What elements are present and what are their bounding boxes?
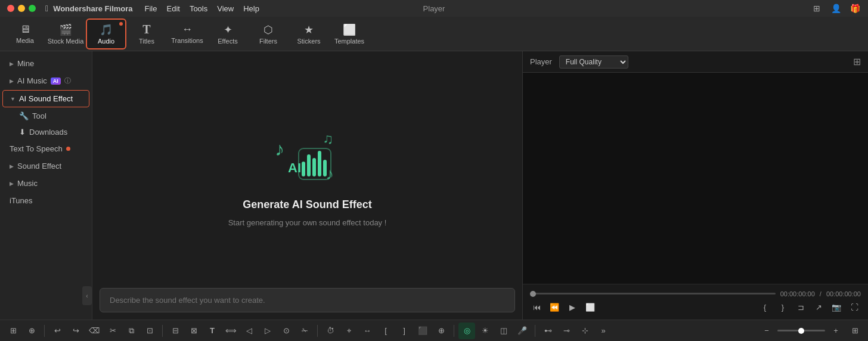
ungroup-button[interactable]: ⊠ — [185, 323, 202, 339]
content-area: ♪ ♫ ♪ AI Generate AI Sound — [92, 51, 522, 320]
ai-enhance-button[interactable]: ◎ — [458, 323, 475, 339]
toolbar-stock-media-label: Stock Media — [48, 38, 84, 45]
zoom-in-button[interactable]: + — [827, 323, 844, 339]
track-motion-button[interactable]: ⊷ — [540, 323, 556, 339]
sidebar-tts-label: Text To Speech — [10, 144, 63, 153]
skip-back-button[interactable]: ⏮ — [530, 301, 543, 314]
trim-end-button[interactable]: ] — [396, 323, 413, 339]
crop-button[interactable]: ✁ — [296, 323, 313, 339]
maximize-button[interactable] — [29, 5, 36, 12]
zoom-slider[interactable] — [777, 330, 825, 331]
sidebar-music-label: Music — [17, 179, 38, 188]
menu-edit[interactable]: Edit — [166, 4, 179, 13]
ai-portrait-button[interactable]: ⊹ — [576, 323, 593, 339]
snapshot-button[interactable]: ⬜ — [584, 301, 597, 314]
mask-button[interactable]: ◫ — [495, 323, 512, 339]
toolbar-effects[interactable]: ✦ Effects — [207, 18, 248, 49]
quality-select[interactable]: Full Quality Half Quality Quarter Qualit… — [559, 55, 628, 69]
mark-in-icon[interactable]: { — [758, 301, 771, 314]
scene-detect-button[interactable]: ⊞ — [5, 323, 21, 339]
minimize-button[interactable] — [18, 5, 25, 12]
toolbar-media[interactable]: 🖥 Media — [5, 18, 45, 49]
motion-track-button[interactable]: ⊕ — [23, 323, 40, 339]
menu-help[interactable]: Help — [243, 4, 259, 13]
redo-button[interactable]: ↪ — [67, 323, 84, 339]
group-button[interactable]: ⊟ — [167, 323, 184, 339]
zoom-to-fit-button[interactable]: ⊙ — [278, 323, 294, 339]
toolbar-filters-label: Filters — [259, 38, 277, 45]
menu-file[interactable]: File — [145, 4, 157, 13]
trim-icon[interactable]: ⊐ — [794, 301, 807, 314]
cut-button[interactable]: ✂ — [104, 323, 121, 339]
svg-rect-8 — [323, 160, 327, 176]
toolbar-audio[interactable]: 🎵 Audio — [86, 18, 126, 49]
time-current: 00:00:00:00 — [780, 290, 815, 297]
info-icon: ⓘ — [64, 76, 71, 85]
speed-button[interactable]: ⏱ — [322, 323, 339, 339]
sidebar-item-mine[interactable]: ▶ Mine — [2, 55, 89, 72]
mark-out-icon[interactable]: } — [776, 301, 789, 314]
menu-view[interactable]: View — [217, 4, 234, 13]
text-tool-button[interactable]: T — [204, 323, 221, 339]
stabilize-button[interactable]: ⌖ — [340, 323, 357, 339]
apple-menu[interactable]:  — [45, 4, 48, 13]
sidebar-item-music[interactable]: ▶ Music — [2, 175, 89, 191]
player-viewport — [523, 73, 868, 284]
zoom-out-button[interactable]: − — [758, 323, 775, 339]
transform-button[interactable]: ⊕ — [433, 323, 450, 339]
sidebar-item-sound-effect[interactable]: ▶ Sound Effect — [2, 158, 89, 174]
trim-start-button[interactable]: [ — [377, 323, 394, 339]
undo-button[interactable]: ↩ — [49, 323, 66, 339]
sidebar-item-itunes[interactable]: iTunes — [2, 193, 89, 209]
color-match-button[interactable]: ⬛ — [414, 323, 431, 339]
delete-button[interactable]: ⌫ — [86, 323, 103, 339]
toolbar-transitions[interactable]: ↔ Transitions — [167, 18, 207, 49]
time-total: 00:00:00:00 — [826, 290, 861, 297]
grid-layout-button[interactable]: ⊞ — [847, 323, 863, 339]
zoom-controls: − + ⊞ — [758, 323, 863, 339]
zoom-thumb[interactable] — [798, 328, 804, 334]
mic-button[interactable]: 🎤 — [514, 323, 531, 339]
sidebar-item-ai-music[interactable]: ▶ AI Music AI ⓘ — [2, 73, 89, 89]
gift-icon[interactable]: 🎁 — [849, 2, 861, 14]
next-edit-button[interactable]: ▷ — [259, 323, 276, 339]
toolbar-templates[interactable]: ⬜ Templates — [329, 18, 370, 49]
progress-thumb[interactable] — [530, 291, 536, 297]
play-button[interactable]: ▶ — [566, 301, 579, 314]
user-avatar-icon[interactable]: 👤 — [830, 2, 842, 14]
toolbar-filters[interactable]: ⬡ Filters — [248, 18, 289, 49]
toolbar-stock-media[interactable]: 🎬 Stock Media — [45, 18, 86, 49]
frame-back-button[interactable]: ⏪ — [548, 301, 561, 314]
sidebar-item-downloads[interactable]: ⬇ Downloads — [2, 125, 89, 140]
audio-stretch-button[interactable]: ↔ — [359, 323, 376, 339]
sidebar-item-tool[interactable]: 🔧 Tool — [2, 108, 89, 123]
close-button[interactable] — [7, 5, 14, 12]
paste-special-button[interactable]: ⊡ — [141, 323, 158, 339]
wrench-icon: 🔧 — [19, 111, 29, 120]
sidebar-item-ai-sound-effect[interactable]: ▼ AI Sound Effect — [2, 90, 89, 107]
ai-badge: AI — [51, 78, 61, 85]
toolbar-titles-label: Titles — [139, 38, 154, 45]
download-icon: ⬇ — [19, 128, 26, 137]
copy-button[interactable]: ⧉ — [123, 323, 140, 339]
color-grade-button[interactable]: ☀ — [477, 323, 494, 339]
sidebar-collapse-button[interactable]: ‹ — [82, 286, 92, 305]
player-layout-icon[interactable]: ⊞ — [853, 56, 861, 67]
export-frame-icon[interactable]: ↗ — [812, 301, 825, 314]
stabilizer2-button[interactable]: ⊸ — [558, 323, 575, 339]
player-right-icons: { } ⊐ ↗ 📷 ⛶ — [758, 301, 861, 314]
prompt-input[interactable] — [100, 288, 515, 312]
progress-bar[interactable] — [530, 293, 776, 294]
toolbar-stickers[interactable]: ★ Stickers — [289, 18, 329, 49]
menu-tools[interactable]: Tools — [190, 4, 207, 13]
separator — [317, 325, 318, 337]
camera-icon[interactable]: 📷 — [830, 301, 843, 314]
toolbar-titles[interactable]: T Titles — [126, 18, 167, 49]
toolbar-effects-label: Effects — [218, 38, 237, 45]
screen-mirror-icon[interactable]: ⊞ — [811, 2, 823, 14]
more-tools-button[interactable]: » — [595, 323, 612, 339]
ripple-edit-button[interactable]: ⟺ — [222, 323, 239, 339]
sidebar-item-text-to-speech[interactable]: Text To Speech — [2, 141, 89, 157]
fullscreen-icon[interactable]: ⛶ — [848, 301, 861, 314]
prev-edit-button[interactable]: ◁ — [241, 323, 258, 339]
